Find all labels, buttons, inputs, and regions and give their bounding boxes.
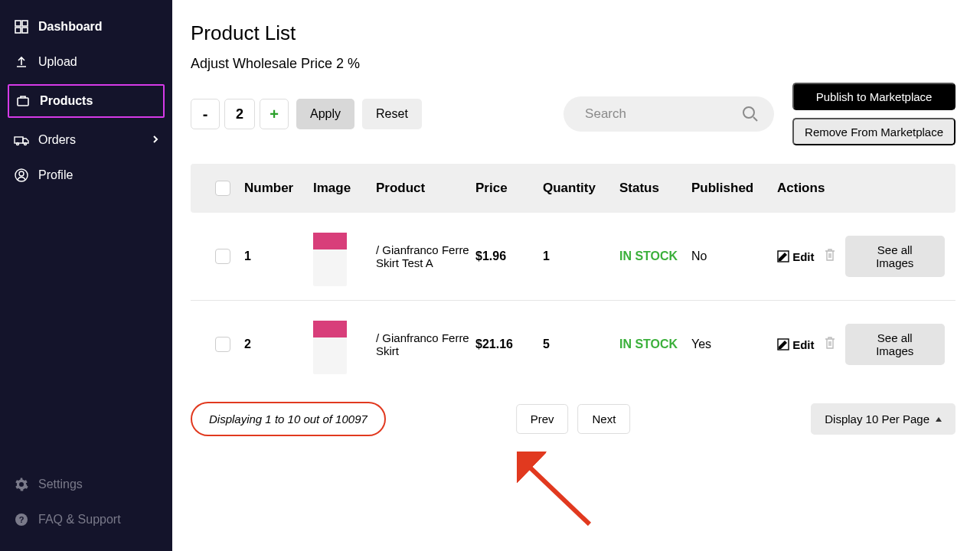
header-price: Price <box>475 181 543 196</box>
profile-icon <box>14 168 29 183</box>
svg-rect-0 <box>15 21 21 26</box>
cell-number: 1 <box>244 249 313 263</box>
caret-up-icon <box>936 417 942 422</box>
sidebar-item-settings[interactable]: Settings <box>0 467 172 502</box>
stepper-value-input[interactable] <box>224 99 255 129</box>
see-images-button[interactable]: See all Images <box>845 324 945 365</box>
svg-rect-5 <box>15 137 23 143</box>
sidebar-item-orders[interactable]: Orders <box>0 122 172 158</box>
trash-icon <box>824 336 836 350</box>
sidebar-item-profile[interactable]: Profile <box>0 158 172 193</box>
sidebar-item-label: Settings <box>38 478 83 491</box>
pagination: Prev Next <box>516 404 631 434</box>
header-quantity: Quantity <box>543 181 619 196</box>
sidebar-item-label: Upload <box>38 55 77 69</box>
edit-button[interactable]: Edit <box>777 338 815 351</box>
edit-button[interactable]: Edit <box>777 250 815 263</box>
cell-quantity: 5 <box>543 337 619 351</box>
apply-button[interactable]: Apply <box>296 99 354 129</box>
cell-price: $21.16 <box>475 337 543 351</box>
remove-button[interactable]: Remove From Marketplace <box>792 118 956 145</box>
cell-published: Yes <box>691 337 777 351</box>
cell-price: $1.96 <box>475 249 543 263</box>
table-row: 2 / Gianfranco Ferre Skirt $21.16 5 IN S… <box>191 301 956 388</box>
svg-rect-3 <box>22 28 28 33</box>
edit-icon <box>777 250 789 262</box>
price-stepper: - + <box>191 99 289 129</box>
header-actions: Actions <box>777 181 945 196</box>
sidebar-item-label: FAQ & Support <box>38 513 121 527</box>
cell-number: 2 <box>244 337 313 351</box>
marketplace-actions: Publish to Marketplace Remove From Marke… <box>792 83 956 145</box>
header-product: Product <box>376 181 475 196</box>
row-checkbox[interactable] <box>215 337 230 352</box>
header-number: Number <box>244 181 313 196</box>
svg-rect-4 <box>18 98 28 106</box>
product-table: Number Image Product Price Quantity Stat… <box>191 164 956 388</box>
svg-point-9 <box>19 171 24 176</box>
sidebar-item-label: Orders <box>38 133 76 147</box>
chevron-right-icon <box>152 133 158 147</box>
sidebar-item-faq[interactable]: ? FAQ & Support <box>0 502 172 537</box>
table-footer: Displaying 1 to 10 out of 10097 Prev Nex… <box>191 402 956 436</box>
displaying-count: Displaying 1 to 10 out of 10097 <box>191 402 386 436</box>
svg-line-15 <box>524 462 590 524</box>
cell-quantity: 1 <box>543 249 619 263</box>
product-thumbnail <box>313 227 347 286</box>
svg-rect-1 <box>22 21 28 26</box>
status-badge: IN STOCK <box>619 337 678 350</box>
delete-button[interactable] <box>824 336 836 353</box>
delete-button[interactable] <box>824 248 836 265</box>
publish-button[interactable]: Publish to Marketplace <box>792 83 956 110</box>
see-images-button[interactable]: See all Images <box>845 236 945 277</box>
svg-rect-2 <box>15 28 21 33</box>
per-page-dropdown[interactable]: Display 10 Per Page <box>811 403 956 435</box>
header-image: Image <box>313 181 376 196</box>
next-button[interactable]: Next <box>578 404 631 434</box>
reset-button[interactable]: Reset <box>362 99 422 129</box>
svg-text:?: ? <box>19 515 24 524</box>
annotation-arrow-icon <box>517 452 601 536</box>
sidebar-item-upload[interactable]: Upload <box>0 44 172 80</box>
sidebar-item-dashboard[interactable]: Dashboard <box>0 9 172 44</box>
main-content: Product List Adjust Wholesale Price 2 % … <box>172 0 980 551</box>
sidebar: Dashboard Upload Products Orders <box>0 0 172 551</box>
svg-point-12 <box>743 107 754 118</box>
status-badge: IN STOCK <box>619 249 678 262</box>
svg-point-6 <box>17 143 19 145</box>
trash-icon <box>824 248 836 262</box>
gear-icon <box>14 477 29 492</box>
table-row: 1 / Gianfranco Ferre Skirt Test A $1.96 … <box>191 213 956 301</box>
header-status: Status <box>619 181 691 196</box>
header-published: Published <box>691 181 777 196</box>
edit-icon <box>777 338 789 350</box>
sidebar-item-products[interactable]: Products <box>8 84 165 118</box>
stepper-minus-button[interactable]: - <box>191 99 220 129</box>
controls-row: - + Apply Reset Publish to Marketplace R… <box>191 83 956 145</box>
prev-button[interactable]: Prev <box>516 404 569 434</box>
dashboard-icon <box>14 19 29 34</box>
search-icon <box>742 106 759 126</box>
upload-icon <box>14 54 29 70</box>
table-header: Number Image Product Price Quantity Stat… <box>191 164 956 213</box>
products-icon <box>15 93 31 109</box>
sidebar-item-label: Products <box>40 94 93 108</box>
cell-published: No <box>691 249 777 263</box>
product-thumbnail <box>313 315 347 374</box>
cell-product: / Gianfranco Ferre Skirt <box>376 331 475 357</box>
orders-icon <box>14 132 29 148</box>
select-all-checkbox[interactable] <box>215 181 230 196</box>
cell-product: / Gianfranco Ferre Skirt Test A <box>376 243 475 269</box>
svg-point-7 <box>24 143 27 145</box>
stepper-plus-button[interactable]: + <box>260 99 289 129</box>
sidebar-item-label: Profile <box>38 168 73 182</box>
help-icon: ? <box>14 512 29 527</box>
search-wrap <box>564 96 774 132</box>
page-subtitle: Adjust Wholesale Price 2 % <box>191 56 956 72</box>
row-checkbox[interactable] <box>215 249 230 264</box>
page-title: Product List <box>191 21 956 45</box>
sidebar-item-label: Dashboard <box>38 20 103 34</box>
